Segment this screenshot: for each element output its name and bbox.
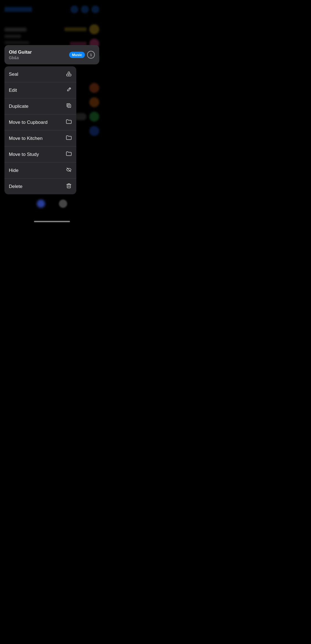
home-indicator bbox=[34, 221, 70, 222]
menu-item-edit[interactable]: Edit bbox=[4, 82, 76, 98]
menu-item-move-to-study-label: Move to Study bbox=[9, 152, 39, 157]
delete-icon bbox=[66, 183, 72, 190]
bottom-dot-blue bbox=[37, 200, 45, 208]
context-card-title: Old Guitar bbox=[9, 49, 32, 55]
hide-icon bbox=[66, 167, 72, 174]
menu-item-edit-label: Edit bbox=[9, 88, 17, 93]
context-card: Old Guitar Gb&a Music 1 bbox=[4, 45, 99, 64]
menu-item-move-to-kitchen-label: Move to Kitchen bbox=[9, 136, 43, 141]
context-card-info: Old Guitar Gb&a bbox=[9, 49, 32, 60]
menu-item-duplicate-label: Duplicate bbox=[9, 104, 28, 109]
edit-icon bbox=[66, 87, 72, 94]
menu-item-move-to-kitchen[interactable]: Move to Kitchen bbox=[4, 130, 76, 146]
menu-item-move-to-cupboard[interactable]: Move to Cupboard bbox=[4, 114, 76, 130]
bottom-dot-gray bbox=[59, 200, 67, 208]
folder-cupboard-icon bbox=[66, 119, 72, 126]
menu-item-move-to-cupboard-label: Move to Cupboard bbox=[9, 120, 48, 125]
bottom-dots bbox=[0, 200, 104, 208]
folder-study-icon bbox=[66, 151, 72, 158]
menu-item-delete[interactable]: Delete bbox=[4, 179, 76, 194]
context-card-subtitle: Gb&a bbox=[9, 56, 32, 60]
menu-item-move-to-study[interactable]: Move to Study bbox=[4, 146, 76, 163]
menu-item-delete-label: Delete bbox=[9, 184, 22, 189]
menu-item-seal[interactable]: Seal bbox=[4, 66, 76, 82]
folder-kitchen-icon bbox=[66, 135, 72, 142]
svg-point-1 bbox=[69, 75, 69, 75]
menu-item-duplicate[interactable]: Duplicate bbox=[4, 98, 76, 114]
context-card-right: Music 1 bbox=[69, 51, 95, 59]
svg-rect-7 bbox=[67, 184, 70, 188]
count-badge: 1 bbox=[87, 51, 95, 59]
music-badge: Music bbox=[69, 52, 85, 58]
menu-item-hide[interactable]: Hide bbox=[4, 163, 76, 179]
duplicate-icon bbox=[66, 103, 72, 110]
menu-item-hide-label: Hide bbox=[9, 168, 19, 173]
menu-item-seal-label: Seal bbox=[9, 72, 18, 77]
context-menu: Seal Edit Duplicate bbox=[4, 66, 76, 194]
seal-icon bbox=[66, 70, 72, 78]
